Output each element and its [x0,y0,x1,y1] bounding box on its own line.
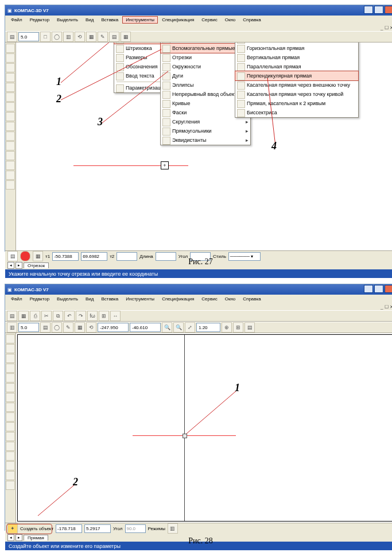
tool-icon[interactable] [6,471,15,480]
tool-icon[interactable] [6,171,15,180]
menu-справка[interactable]: Справка [239,16,264,24]
point-y-input[interactable]: 5.2917 [84,524,111,533]
tab-prev-icon[interactable]: ◂ [7,534,14,541]
scale-field[interactable]: 1.20 [196,323,220,332]
tool-icon[interactable] [6,180,15,190]
tool-icon[interactable] [6,364,15,373]
menu-окно[interactable]: Окно [222,295,239,303]
tool-icon[interactable]: ▤ [109,32,119,42]
menu-item[interactable]: Касательная прямая через внешнюю точку [235,80,358,90]
mode-icon[interactable]: ▥ [168,523,178,534]
tool-icon[interactable]: ↔ [110,311,121,321]
tool-icon[interactable]: ▦ [86,32,96,42]
tool-icon[interactable] [6,83,15,92]
maximize-button[interactable] [374,285,383,293]
tool-icon[interactable] [6,481,15,490]
drawing-canvas[interactable]: ГеометрияШтриховкаРазмерыОбозначенияВвод… [16,43,392,250]
tool-icon[interactable] [6,432,15,441]
tool-icon[interactable]: ⧉ [53,311,63,321]
create-object-icon[interactable]: ✦ [7,523,18,534]
menu-редактор[interactable]: Редактор [26,295,53,303]
menu-инструменты[interactable]: Инструменты [122,295,158,303]
tool-icon[interactable]: □ [40,32,51,42]
menu-item[interactable]: Горизонтальная прямая [235,44,358,53]
active-tab[interactable]: Отрезок [24,262,49,268]
menu-item[interactable]: Перпендикулярная прямая [235,71,359,81]
tool-icon[interactable] [6,354,15,363]
menu-item[interactable]: Параллельная прямая [235,62,358,71]
menu-item[interactable]: Эквидистанты [161,136,250,145]
menu-item[interactable]: Биссектриса [235,108,358,117]
zoom-fit-icon[interactable]: ⤢ [185,322,195,333]
tool-icon[interactable]: ▥ [63,32,73,42]
menu-вид[interactable]: Вид [82,16,97,24]
close-button[interactable] [385,6,392,14]
pbar-icon[interactable]: ▤ [7,251,18,261]
tool-icon[interactable] [6,383,15,392]
tool-icon[interactable]: ▤ [7,32,17,42]
tool-icon[interactable] [6,122,15,131]
tool-icon[interactable]: ⟲ [86,322,96,333]
menu-сервис[interactable]: Сервис [198,295,220,303]
drawing-canvas[interactable]: 1 2 [17,334,392,522]
zoom-field[interactable]: 5.0 [18,32,39,41]
menu-инструменты[interactable]: Инструменты [122,16,158,24]
tool-icon[interactable]: ⎙ [30,311,40,321]
zoom-field[interactable]: 5.0 [18,323,39,332]
tool-icon[interactable]: ▦ [121,32,131,42]
menu-спецификация[interactable]: Спецификация [158,16,197,24]
tool-icon[interactable]: ▦ [75,322,85,333]
pbar-icon[interactable]: ▦ [33,251,43,261]
tool-icon[interactable] [6,412,15,422]
tool-icon[interactable]: ◯ [52,322,62,333]
menu-выделить[interactable]: Выделить [53,16,81,24]
t1-y-input[interactable]: 69.6982 [81,252,107,261]
tool-icon[interactable] [6,112,15,121]
tool-icon[interactable] [6,132,15,141]
menu-справка[interactable]: Справка [239,295,264,303]
tool-icon[interactable] [6,403,15,412]
length-input[interactable] [156,252,176,261]
tab-prev-icon[interactable]: ◂ [7,262,14,269]
t1-x-input[interactable]: -50.7388 [52,252,79,261]
mdi-close-buttons[interactable]: _ ☐ ✕ [381,304,392,310]
minimize-button[interactable] [364,6,373,14]
active-tab[interactable]: Прямая [24,535,48,540]
menu-вставка[interactable]: Вставка [98,16,122,24]
menu-item[interactable]: Прямая, касательная к 2 кривым [235,99,358,108]
menu-item[interactable]: Прямоугольники [161,126,250,136]
style-select[interactable]: ────── ▾ [228,252,261,261]
tab-next-icon[interactable]: ▸ [15,534,22,541]
tool-icon[interactable]: ⊕ [222,322,232,333]
tool-icon[interactable] [6,442,15,451]
tool-icon[interactable] [6,422,15,431]
menu-вид[interactable]: Вид [82,295,97,303]
tool-icon[interactable]: ⟲ [75,32,85,42]
stop-icon[interactable] [20,251,30,261]
tool-icon[interactable] [6,393,15,402]
menu-вставка[interactable]: Вставка [98,295,122,303]
tool-icon[interactable] [6,373,15,383]
tool-icon[interactable] [6,73,15,82]
coord-x-field[interactable]: -247.950 [98,323,129,332]
tool-icon[interactable]: ▤ [244,322,255,333]
tool-icon[interactable]: ✎ [98,32,108,42]
menu-item[interactable]: Вертикальная прямая [235,53,358,62]
tool-icon[interactable] [6,63,15,72]
tool-icon[interactable] [6,141,15,150]
tool-icon[interactable] [6,461,15,470]
zoom-in-icon[interactable]: 🔍 [162,322,172,333]
zoom-out-icon[interactable]: 🔍 [173,322,184,333]
tool-icon[interactable]: ▥ [7,322,17,333]
tool-icon[interactable]: ▦ [18,311,29,321]
mdi-close-buttons[interactable]: _ ☐ ✕ [381,25,392,30]
tool-icon[interactable] [6,344,15,353]
minimize-button[interactable] [364,285,373,293]
tool-icon[interactable]: ↶ [64,311,75,321]
tool-icon[interactable]: ▤ [7,311,17,321]
t2-input[interactable] [117,252,137,261]
tool-icon[interactable]: ⊞ [233,322,243,333]
menu-спецификация[interactable]: Спецификация [158,295,197,303]
create-object-label[interactable]: Создать объект [20,526,53,531]
menu-item[interactable]: Скругления [161,117,250,126]
